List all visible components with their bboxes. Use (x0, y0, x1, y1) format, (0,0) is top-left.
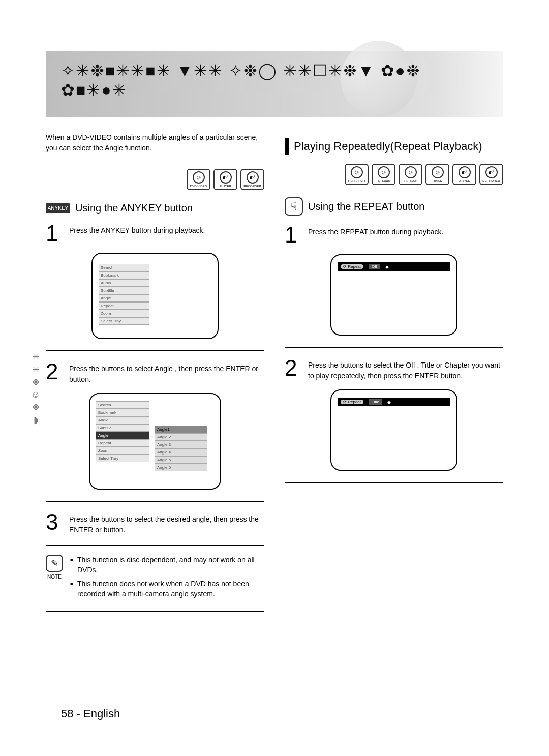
menu-item-selected: Angle (96, 432, 149, 439)
osd-pill: ⟳ Repeat (341, 400, 363, 404)
submenu-item: Angle 5 (155, 456, 207, 464)
dvd-video-icon: ◎DVD-VIDEO (187, 169, 210, 190)
anykey-badge: ANYKEY (46, 203, 70, 213)
tv-screen-osd-2: ⟳ Repeat Title ◆ (330, 389, 458, 471)
left-step-2: 2 Press the buttons to select Angle , th… (46, 360, 264, 385)
menu-item: Repeat (99, 302, 149, 310)
left-step-3: 3 Press the buttons to select the desire… (46, 511, 264, 535)
header-title: ✧✳❉■✳✳■✳ ▼✳✳ ✧❉◯ ✳✳☐✳❉▼ ✿●❉ ✿■✳●✳ (61, 61, 488, 100)
menu-item: Repeat (96, 439, 149, 447)
note-item: This function is disc-dependent, and may… (70, 555, 264, 576)
step-number: 3 (46, 511, 63, 535)
step-text: Press the buttons to select Angle , then… (69, 360, 264, 385)
note-text: This function is disc-dependent, and may… (70, 555, 264, 602)
osd-selection: Off (369, 264, 380, 269)
right-column: Playing Repeatedly(Repeat Playback) ◎DVD… (285, 132, 503, 621)
anykey-subhead-text: Using the ANYKEY button (75, 202, 193, 214)
anykey-subhead: ANYKEY Using the ANYKEY button (46, 202, 264, 214)
step-number: 2 (285, 357, 302, 381)
on-screen-submenu: Angle1 Angle 2 Angle 3 Angle 4 Angle 5 A… (155, 426, 207, 471)
recorder-icon: ◐ᴿRECORDER (240, 169, 264, 190)
step-text: Press the ANYKEY button during playback. (69, 222, 205, 245)
divider (285, 482, 503, 483)
repeat-subhead-text: Using the REPEAT button (308, 201, 424, 213)
step-text: Press the buttons to select the desired … (69, 511, 264, 535)
dvd-r-icon: ◎DVD-R (425, 164, 449, 185)
divider (285, 347, 503, 348)
menu-item: Angle (99, 294, 149, 302)
player-icon: ◐ᴾPLAYER (452, 164, 476, 185)
disc-icons-left: ◎DVD-VIDEO ◐ᴾPLAYER ◐ᴿRECORDER (46, 169, 264, 190)
menu-item: Subtitle (99, 287, 149, 294)
menu-item: Bookmark (96, 409, 149, 416)
recorder-icon: ◐ᴿRECORDER (479, 164, 503, 185)
divider (46, 350, 264, 351)
menu-item: Bookmark (99, 271, 149, 279)
on-screen-menu: Search Bookmark Audio Subtitle Angle Rep… (99, 264, 149, 325)
page-footer: 58 - English (61, 707, 120, 720)
player-icon: ◐ᴾPLAYER (214, 169, 237, 190)
page-header: ✧✳❉■✳✳■✳ ▼✳✳ ✧❉◯ ✳✳☐✳❉▼ ✿●❉ ✿■✳●✳ (46, 51, 503, 117)
submenu-item: Angle 6 (155, 464, 207, 471)
menu-item: Audio (99, 279, 149, 287)
tv-screen-osd-1: ⟳ Repeat Off ◆ (330, 254, 458, 336)
hand-icon: ☟ (285, 197, 303, 216)
osd-arrows: ◆ (385, 264, 389, 269)
menu-item: Zoom (96, 447, 149, 455)
tv-screen-menu-2: Search Bookmark Audio Subtitle Angle Rep… (89, 393, 221, 490)
menu-item: Audio (96, 416, 149, 424)
dvd-ram-icon: ◎DVD-RAM (372, 164, 395, 185)
section-head-repeat: Playing Repeatedly(Repeat Playback) (285, 138, 503, 155)
step-number: 1 (46, 222, 63, 245)
tv-screen-menu-1: Search Bookmark Audio Subtitle Angle Rep… (92, 253, 219, 339)
intro-text: When a DVD-VIDEO contains multiple angle… (46, 132, 264, 154)
side-tab: ✳✳❉☺❉◗ (28, 346, 43, 432)
menu-item: Zoom (99, 310, 149, 317)
left-column: When a DVD-VIDEO contains multiple angle… (46, 132, 264, 621)
divider (46, 501, 264, 502)
left-step-1: 1 Press the ANYKEY button during playbac… (46, 222, 264, 245)
submenu-item: Angle 2 (155, 433, 207, 441)
step-text: Press the buttons to select the Off , Ti… (308, 357, 503, 381)
osd-bar: ⟳ Repeat Title ◆ (338, 398, 450, 406)
step-text: Press the REPEAT button during playback. (308, 224, 443, 246)
osd-selection: Title (369, 399, 382, 405)
menu-item: Subtitle (96, 424, 149, 432)
submenu-item: Angle 4 (155, 448, 207, 456)
section-bar (285, 138, 289, 155)
right-step-2: 2 Press the buttons to select the Off , … (285, 357, 503, 381)
osd-bar: ⟳ Repeat Off ◆ (338, 262, 450, 271)
on-screen-menu-main: Search Bookmark Audio Subtitle Angle Rep… (96, 401, 149, 462)
menu-item: Search (96, 401, 149, 409)
repeat-subhead: ☟ Using the REPEAT button (285, 197, 503, 216)
osd-pill: ⟳ Repeat (341, 264, 363, 269)
osd-arrows: ◆ (387, 400, 391, 405)
disc-icons-right: ◎DVD-VIDEO ◎DVD-RAM ◎DVD-RW ◎DVD-R ◐ᴾPLA… (285, 164, 503, 185)
menu-item: Select Tray (96, 455, 149, 462)
note-icon-col: ✎ NOTE (46, 555, 63, 602)
divider (46, 611, 264, 612)
section-title: Playing Repeatedly(Repeat Playback) (294, 140, 482, 153)
menu-item: Search (99, 264, 149, 271)
submenu-item-selected: Angle1 (155, 426, 207, 433)
note-label: NOTE (46, 574, 63, 580)
step-number: 1 (285, 224, 302, 246)
note-block: ✎ NOTE This function is disc-dependent, … (46, 555, 264, 602)
step-number: 2 (46, 360, 63, 385)
submenu-item: Angle 3 (155, 441, 207, 448)
menu-item: Select Tray (99, 317, 149, 325)
dvd-video-icon: ◎DVD-VIDEO (345, 164, 369, 185)
right-step-1: 1 Press the REPEAT button during playbac… (285, 224, 503, 246)
note-item: This function does not work when a DVD h… (70, 579, 264, 599)
dvd-rw-icon: ◎DVD-RW (399, 164, 422, 185)
divider (46, 545, 264, 546)
pencil-icon: ✎ (46, 555, 63, 572)
